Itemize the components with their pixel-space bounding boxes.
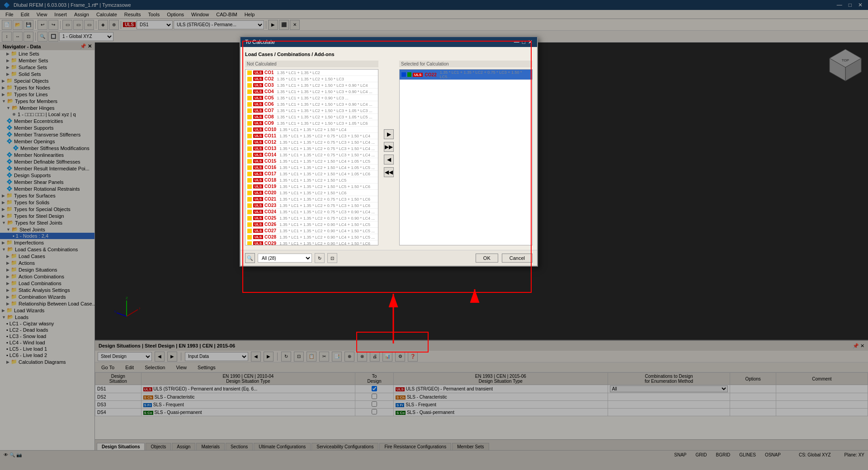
calc-item-co10[interactable]: ULSCO101.35 * LC1 + 1.35 * LC2 + 1.50 * … [245,127,378,133]
calc-item-co24[interactable]: ULSCO241.35 * LC1 + 1.35 * LC2 + 0.75 * … [245,209,378,215]
calc-item-co27[interactable]: ULSCO271.35 * LC1 + 1.35 * LC2 + 0.90 * … [245,228,378,234]
selected-list[interactable]: ULSCO221.35 * LC1 + 1.35 * LC2 + 0.75 * … [399,69,533,245]
selected-title: Selected for Calculation [399,61,533,67]
search-icon[interactable]: 🔍 [245,253,255,263]
calc-item-co11[interactable]: ULSCO111.35 * LC1 + 1.35 * LC2 + 0.75 * … [245,133,378,139]
calc-item-co12[interactable]: ULSCO121.35 * LC1 + 1.35 * LC2 + 0.75 * … [245,139,378,146]
move-right-btn[interactable]: ▶ [384,129,394,139]
selected-item-co22[interactable]: ULSCO221.35 * LC1 + 1.35 * LC2 + 0.75 * … [400,70,532,80]
calc-item-co15[interactable]: ULSCO151.35 * LC1 + 1.35 * LC2 + 1.50 * … [245,158,378,164]
selected-col: Selected for Calculation ULSCO221.35 * L… [399,61,533,245]
not-calc-title: Not Calculated [245,61,378,67]
to-calculate-modal: To Calculate — □ ✕ Load Cases / Combinat… [240,36,538,267]
move-all-right-btn[interactable]: ▶▶ [384,142,394,152]
calc-item-co19[interactable]: ULSCO191.35 * LC1 + 1.35 * LC2 + 1.50 * … [245,183,378,190]
calc-item-co5[interactable]: ULSCO51.35 * LC1 + 1.35 * LC2 + 0.90 * L… [245,95,378,101]
modal-title-text: To Calculate [245,39,275,45]
calc-item-co8[interactable]: ULSCO81.35 * LC1 + 1.35 * LC2 + 1.50 * L… [245,114,378,120]
calc-item-co6[interactable]: ULSCO61.35 * LC1 + 1.35 * LC2 + 1.50 * L… [245,101,378,108]
transfer-buttons: ▶ ▶▶ ◀ ◀◀ [382,61,396,245]
move-left-btn[interactable]: ◀ [384,155,394,164]
modal-footer: 🔍 All (28) ↻ ⊡ OK Cancel [241,250,537,266]
calc-item-co29[interactable]: ULSCO291.35 * LC1 + 1.35 * LC2 + 0.90 * … [245,240,378,245]
all-count-combo[interactable]: All (28) [258,254,312,263]
calc-item-co21[interactable]: ULSCO211.35 * LC1 + 1.35 * LC2 + 0.75 * … [245,196,378,202]
modal-footer-left: 🔍 All (28) ↻ ⊡ [245,253,337,263]
calc-item-co16[interactable]: ULSCO161.35 * LC1 + 1.35 * LC2 + 1.50 * … [245,164,378,171]
calc-item-co25[interactable]: ULSCO251.35 * LC1 + 1.35 * LC2 + 0.75 * … [245,215,378,221]
calc-item-co13[interactable]: ULSCO131.35 * LC1 + 1.35 * LC2 + 0.75 * … [245,146,378,152]
modal-body: Load Cases / Combinations / Add-ons Not … [241,47,537,250]
cancel-button[interactable]: Cancel [502,254,533,263]
move-all-left-btn[interactable]: ◀◀ [384,167,394,177]
calc-item-co2[interactable]: ULSCO21.35 * LC1 + 1.35 * LC2 + 1.50 * L… [245,76,378,82]
modal-min-btn[interactable]: — [514,39,519,45]
calc-item-co18[interactable]: ULSCO181.35 * LC1 + 1.35 * LC2 + 1.50 * … [245,177,378,183]
calc-item-co23[interactable]: ULSCO231.35 * LC1 + 1.35 * LC2 + 0.75 * … [245,202,378,209]
calc-item-co20[interactable]: ULSCO201.35 * LC1 + 1.35 * LC2 + 1.50 * … [245,190,378,196]
ok-button[interactable]: OK [476,254,498,263]
not-calc-col: Not Calculated ULSCO11.35 * LC1 + 1.35 *… [245,61,378,245]
refresh-btn[interactable]: ↻ [315,253,325,263]
calc-item-co26[interactable]: ULSCO261.35 * LC1 + 1.35 * LC2 + 0.90 * … [245,221,378,228]
calc-item-co1[interactable]: ULSCO11.35 * LC1 + 1.35 * LC2 [245,70,378,76]
calc-layout: Not Calculated ULSCO11.35 * LC1 + 1.35 *… [245,61,533,245]
modal-title-bar: To Calculate — □ ✕ [241,37,537,47]
not-calc-list[interactable]: ULSCO11.35 * LC1 + 1.35 * LC2 ULSCO21.35… [245,69,378,245]
calc-item-co7[interactable]: ULSCO71.35 * LC1 + 1.35 * LC2 + 1.50 * L… [245,108,378,114]
calc-item-co9[interactable]: ULSCO91.35 * LC1 + 1.35 * LC2 + 1.50 * L… [245,120,378,127]
calc-item-co3[interactable]: ULSCO31.35 * LC1 + 1.35 * LC2 + 1.50 * L… [245,82,378,89]
modal-close-btn[interactable]: ✕ [528,39,533,45]
calc-item-co17[interactable]: ULSCO171.35 * LC1 + 1.35 * LC2 + 1.50 * … [245,171,378,177]
modal-subtitle: Load Cases / Combinations / Add-ons [245,52,533,57]
filter-btn[interactable]: ⊡ [327,253,337,263]
calc-item-co28[interactable]: ULSCO281.35 * LC1 + 1.35 * LC2 + 0.90 * … [245,234,378,240]
modal-max-btn[interactable]: □ [522,39,525,45]
calc-item-co14[interactable]: ULSCO141.35 * LC1 + 1.35 * LC2 + 0.75 * … [245,152,378,158]
modal-footer-right: OK Cancel [476,254,533,263]
calc-item-co4[interactable]: ULSCO41.35 * LC1 + 1.35 * LC2 + 1.50 * L… [245,89,378,95]
